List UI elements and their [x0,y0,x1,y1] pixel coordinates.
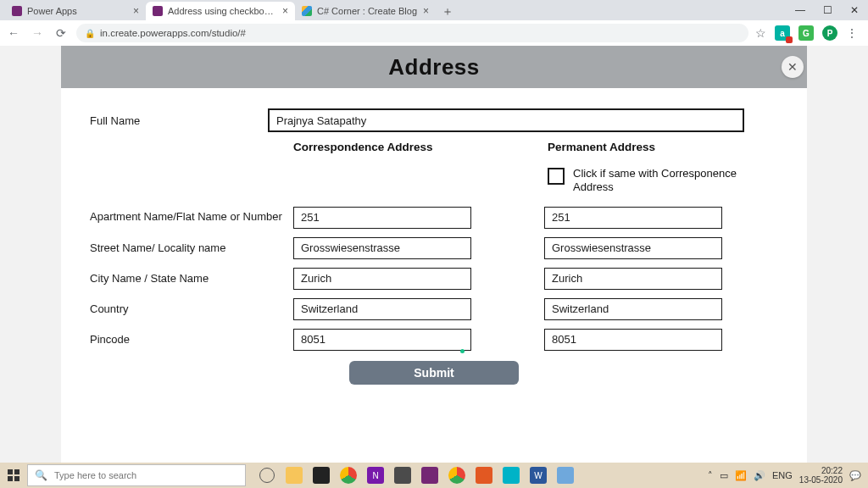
new-tab-button[interactable]: ＋ [439,3,456,20]
close-window-button[interactable]: ✕ [841,0,868,20]
tab-title: C# Corner : Create Blog [317,6,418,16]
tray-wifi-icon[interactable]: 📶 [735,470,747,481]
powerapps-taskbar-button[interactable] [417,463,442,488]
close-icon[interactable]: × [133,6,139,16]
reload-button[interactable]: ⟳ [53,25,70,42]
chrome-actions: ☆ a G P ⋮ [755,25,863,41]
row-same-address: Click if same with Corresponence Address [90,167,778,195]
url-input[interactable]: 🔒 in.create.powerapps.com/studio/# [76,24,748,42]
page-viewport: Address Full Name Correspondence Address… [0,46,868,463]
c-street-input[interactable] [293,237,471,259]
chrome-button[interactable] [336,463,361,488]
search-placeholder: Type here to search [54,470,136,480]
tab-strip: Power Apps × Address using checkbox - Sa… [0,0,868,20]
forward-button[interactable]: → [29,25,46,42]
row-fullname: Full Name [90,108,778,132]
system-tray: ˄ ▭ 📶 🔊 ENG 20:22 13-05-2020 💬 [708,466,868,485]
tab-title: Power Apps [27,6,128,16]
terminal-button[interactable] [309,463,334,488]
submit-button[interactable]: Submit [349,361,519,385]
powerapps-icon [12,6,22,16]
p-apartment-input[interactable] [544,207,722,229]
taskbar-search-input[interactable]: 🔍 Type here to search [27,464,246,486]
row-pincode: Pincode [90,329,778,351]
tray-time: 20:22 [821,466,843,475]
row-country: Country [90,298,778,320]
heading-permanent: Permanent Address [548,141,768,153]
app-canvas: Address Full Name Correspondence Address… [61,46,807,463]
fullname-input[interactable] [268,108,744,132]
c-city-input[interactable] [293,268,471,290]
checkbox-icon[interactable] [548,168,565,185]
app-orange-button[interactable] [471,463,497,488]
onenote-button[interactable]: N [363,463,388,488]
tray-clock[interactable]: 20:22 13-05-2020 [799,466,843,485]
row-submit: Submit [90,361,778,385]
lock-icon: 🔒 [85,29,95,38]
p-city-input[interactable] [544,268,722,290]
windows-taskbar: 🔍 Type here to search N W ˄ ▭ 📶 🔊 ENG 20… [0,463,868,488]
p-pincode-input[interactable] [544,329,722,351]
back-button[interactable]: ← [5,25,22,42]
address-bar: ← → ⟳ 🔒 in.create.powerapps.com/studio/#… [0,20,868,47]
tray-battery-icon[interactable]: ▭ [720,470,728,481]
close-icon[interactable]: × [423,6,429,16]
tray-date: 13-05-2020 [799,475,843,485]
url-text: in.create.powerapps.com/studio/# [100,28,246,38]
sublime-button[interactable] [390,463,415,488]
maximize-button[interactable]: ☐ [814,0,841,20]
chrome2-button[interactable] [444,463,470,488]
same-address-checkbox[interactable]: Click if same with Corresponence Address [548,167,751,195]
checkbox-label: Click if same with Corresponence Address [573,167,751,195]
label-apartment: Apartment Name/Flat Name or Number [90,210,293,224]
snip-button[interactable] [553,463,578,488]
label-pincode: Pincode [90,333,293,346]
close-icon[interactable]: × [282,6,288,16]
p-street-input[interactable] [544,237,722,259]
tray-notifications-icon[interactable]: 💬 [849,470,861,481]
heading-correspondence: Correspondence Address [293,141,514,153]
p-country-input[interactable] [544,298,722,320]
browser-menu-button[interactable]: ⋮ [846,26,858,40]
tab-title: Address using checkbox - Saved [168,6,277,16]
browser-chrome: Power Apps × Address using checkbox - Sa… [0,0,868,47]
svg-rect-0 [8,469,13,474]
svg-rect-2 [8,476,13,481]
tab-powerapps[interactable]: Power Apps × [5,2,146,20]
page-title: Address [388,54,480,80]
app-cyan-button[interactable] [498,463,524,488]
start-button[interactable] [0,463,27,488]
row-street: Street Name/ Locality name [90,237,778,259]
label-fullname: Full Name [90,114,268,127]
cursor-dot-icon [460,349,465,353]
form-area: Full Name Correspondence Address Permane… [61,88,807,393]
label-street: Street Name/ Locality name [90,241,293,254]
profile-avatar[interactable]: P [822,25,837,41]
search-icon: 🔍 [35,469,47,481]
file-explorer-button[interactable] [281,463,307,488]
section-headings: Correspondence Address Permanent Address [90,141,778,153]
c-pincode-input[interactable] [293,329,471,351]
tray-lang[interactable]: ENG [772,470,793,480]
tab-csharpcorner[interactable]: C# Corner : Create Blog × [295,2,436,20]
powerapps-icon [153,6,163,16]
tab-address-app[interactable]: Address using checkbox - Saved × [146,2,295,20]
cortana-button[interactable] [254,463,280,488]
preview-close-button[interactable]: ✕ [782,56,804,78]
c-country-input[interactable] [293,298,471,320]
form-header: Address [61,46,807,88]
bookmark-icon[interactable]: ☆ [755,26,766,40]
extension-grammarly-icon[interactable]: G [798,25,814,41]
c-apartment-input[interactable] [293,207,471,229]
tray-chevron-icon[interactable]: ˄ [708,470,713,481]
tray-volume-icon[interactable]: 🔊 [754,470,765,481]
windows-icon [8,469,19,481]
extension-idm-icon[interactable]: a [775,25,790,41]
word-button[interactable]: W [526,463,551,488]
minimize-button[interactable]: — [787,0,814,20]
row-apartment: Apartment Name/Flat Name or Number [90,207,778,229]
row-city: City Name / State Name [90,268,778,290]
svg-rect-1 [14,469,19,474]
taskbar-apps: N W [254,463,578,488]
window-controls: — ☐ ✕ [787,0,868,20]
